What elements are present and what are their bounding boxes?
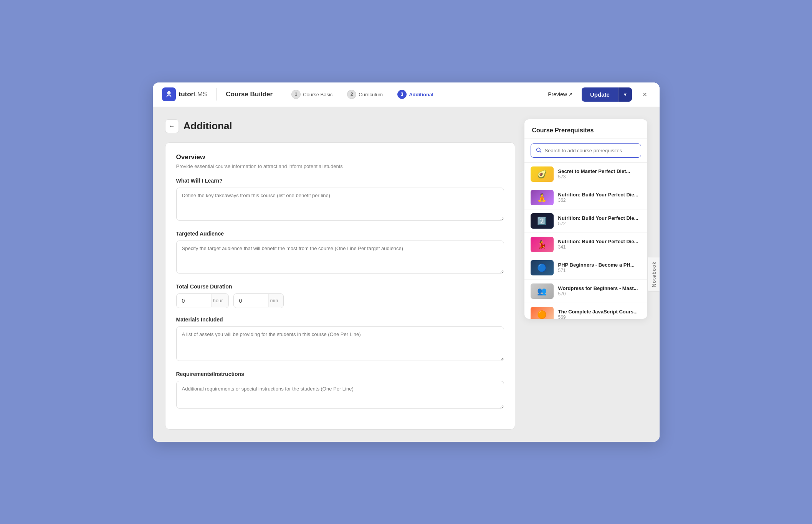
- step-3[interactable]: 3 Additional: [397, 90, 433, 99]
- step-2-label: Curriculum: [359, 92, 383, 97]
- prerequisites-search-input[interactable]: [545, 148, 636, 153]
- header-divider: [216, 88, 217, 101]
- app-window: tutorLMS Course Builder 1 Course Basic —…: [153, 82, 660, 442]
- step-arrow-2: —: [387, 91, 393, 97]
- duration-min-input[interactable]: [234, 294, 268, 308]
- requirements-textarea[interactable]: [176, 381, 504, 409]
- prereq-course-id: 570: [558, 291, 641, 297]
- step-3-label: Additional: [409, 92, 433, 97]
- step-2-num: 2: [347, 90, 356, 99]
- prereq-thumbnail: 🔵: [531, 260, 554, 275]
- materials-field-group: Materials Included: [176, 316, 504, 363]
- prereq-info: Wordpress for Beginners - Mast... 570: [558, 285, 641, 297]
- prereq-course-name: PHP Beginners - Become a PH...: [558, 262, 641, 268]
- duration-field-group: Total Course Duration hour min: [176, 283, 504, 308]
- prereq-list-item[interactable]: 👥 Wordpress for Beginners - Mast... 570: [524, 280, 647, 303]
- audience-field-group: Targeted Audience: [176, 231, 504, 275]
- step-2[interactable]: 2 Curriculum: [347, 90, 383, 99]
- prereq-list-item[interactable]: 🟠 The Complete JavaScript Cours... 569: [524, 303, 647, 319]
- prereq-course-name: Nutrition: Build Your Perfect Die...: [558, 239, 641, 244]
- step-3-num: 3: [397, 90, 407, 99]
- audience-textarea[interactable]: [176, 241, 504, 274]
- prereq-info: The Complete JavaScript Cours... 569: [558, 309, 641, 319]
- prereq-course-name: The Complete JavaScript Cours...: [558, 309, 641, 315]
- header: tutorLMS Course Builder 1 Course Basic —…: [153, 82, 660, 107]
- prereq-course-name: Secret to Master Perfect Diet...: [558, 168, 641, 174]
- prereq-info: Nutrition: Build Your Perfect Die... 572: [558, 215, 641, 226]
- external-link-icon: ↗: [569, 92, 572, 97]
- logo-area: tutorLMS: [162, 87, 207, 101]
- prereq-course-id: 362: [558, 198, 641, 203]
- prerequisites-panel: Course Prerequisites 🥑 Secre: [524, 119, 647, 319]
- prereq-course-name: Nutrition: Build Your Perfect Die...: [558, 192, 641, 198]
- prereq-info: Nutrition: Build Your Perfect Die... 341: [558, 239, 641, 250]
- what-will-label: What Will I Learn?: [176, 178, 504, 184]
- prereq-info: Nutrition: Build Your Perfect Die... 362: [558, 192, 641, 203]
- prereq-course-name: Nutrition: Build Your Perfect Die...: [558, 215, 641, 221]
- what-will-field-group: What Will I Learn?: [176, 178, 504, 222]
- what-will-textarea[interactable]: [176, 188, 504, 221]
- search-icon: [536, 147, 542, 154]
- section-title: Overview: [176, 153, 504, 161]
- close-button[interactable]: ×: [640, 87, 650, 102]
- main-content: ← Additional Overview Provide essential …: [153, 107, 660, 442]
- prereq-list-item[interactable]: 🔵 PHP Beginners - Become a PH... 571: [524, 256, 647, 280]
- duration-hour-input[interactable]: [177, 294, 211, 308]
- section-subtitle: Provide essential course information to …: [176, 163, 504, 169]
- prereq-thumbnail: 💃: [531, 237, 554, 252]
- update-button[interactable]: Update: [582, 87, 618, 102]
- requirements-label: Requirements/Instructions: [176, 371, 504, 377]
- step-arrow-1: —: [337, 91, 342, 97]
- duration-label: Total Course Duration: [176, 283, 504, 290]
- prereq-thumbnail: 🧘: [531, 190, 554, 205]
- logo-text: tutorLMS: [179, 91, 207, 98]
- page-title: Additional: [184, 120, 232, 132]
- preview-button[interactable]: Preview ↗: [543, 88, 577, 101]
- prereq-list-item[interactable]: 🧘 Nutrition: Build Your Perfect Die... 3…: [524, 186, 647, 209]
- steps: 1 Course Basic — 2 Curriculum — 3 Additi…: [291, 90, 537, 99]
- duration-min-unit: min: [268, 294, 284, 307]
- search-wrap: [531, 143, 641, 158]
- prerequisites-search-area: [524, 139, 647, 163]
- prereq-course-id: 571: [558, 268, 641, 273]
- header-right: Preview ↗ Update ▾ ×: [543, 87, 650, 102]
- notebook-tab[interactable]: Notebook: [648, 257, 660, 292]
- prereq-course-id: 569: [558, 315, 641, 319]
- prereq-course-name: Wordpress for Beginners - Mast...: [558, 285, 641, 291]
- page-header: ← Additional: [165, 119, 515, 133]
- back-icon: ←: [169, 123, 175, 130]
- svg-line-2: [540, 151, 541, 153]
- prereq-info: Secret to Master Perfect Diet... 573: [558, 168, 641, 180]
- prereq-course-id: 573: [558, 174, 641, 180]
- duration-min-wrap: min: [233, 293, 284, 308]
- prerequisites-list: 🥑 Secret to Master Perfect Diet... 573 🧘…: [524, 163, 647, 319]
- back-button[interactable]: ←: [165, 119, 179, 133]
- duration-hour-unit: hour: [211, 294, 228, 307]
- materials-textarea[interactable]: [176, 326, 504, 361]
- left-panel: ← Additional Overview Provide essential …: [165, 119, 515, 430]
- prereq-list-item[interactable]: 💃 Nutrition: Build Your Perfect Die... 3…: [524, 233, 647, 256]
- step-1-num: 1: [291, 90, 301, 99]
- prerequisites-header: Course Prerequisites: [524, 119, 647, 139]
- prereq-course-id: 572: [558, 221, 641, 226]
- prereq-list-item[interactable]: 🥑 Secret to Master Perfect Diet... 573: [524, 163, 647, 186]
- audience-label: Targeted Audience: [176, 231, 504, 237]
- svg-point-1: [536, 148, 540, 151]
- prereq-list-item[interactable]: 2️⃣ Nutrition: Build Your Perfect Die...…: [524, 209, 647, 233]
- step-1[interactable]: 1 Course Basic: [291, 90, 332, 99]
- notebook-tab-area: Notebook: [648, 257, 660, 292]
- header-divider2: [282, 88, 282, 101]
- prereq-thumbnail: 2️⃣: [531, 213, 554, 229]
- update-btn-group: Update ▾: [582, 87, 632, 102]
- logo-icon: [162, 87, 176, 101]
- update-dropdown-button[interactable]: ▾: [618, 87, 632, 102]
- prereq-course-id: 341: [558, 244, 641, 250]
- prereq-thumbnail: 👥: [531, 283, 554, 299]
- materials-label: Materials Included: [176, 316, 504, 323]
- form-card: Overview Provide essential course inform…: [165, 142, 515, 430]
- prereq-thumbnail: 🥑: [531, 166, 554, 182]
- chevron-down-icon: ▾: [624, 91, 627, 97]
- prereq-thumbnail: 🟠: [531, 307, 554, 319]
- step-1-label: Course Basic: [303, 92, 332, 97]
- prereq-info: PHP Beginners - Become a PH... 571: [558, 262, 641, 273]
